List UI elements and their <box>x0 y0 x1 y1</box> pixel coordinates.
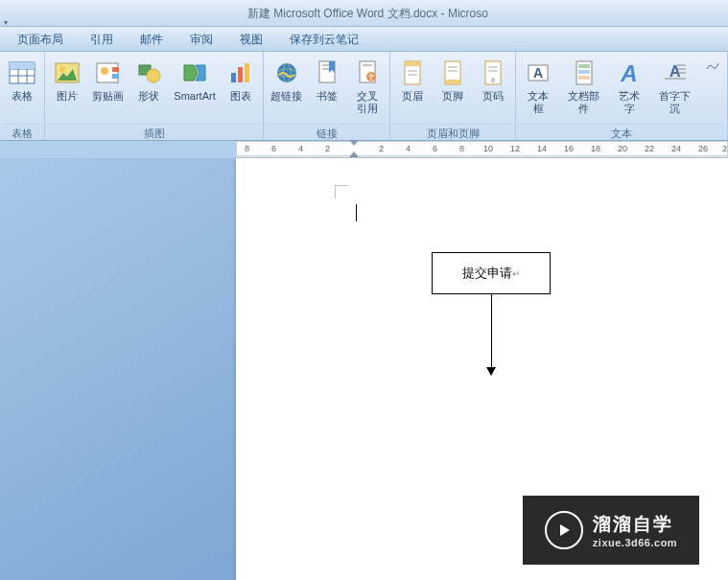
textbox-label: 文本框 <box>523 90 553 115</box>
svg-rect-43 <box>578 76 590 80</box>
hyperlink-button[interactable]: 超链接 <box>267 55 306 124</box>
menu-references[interactable]: 引用 <box>77 27 127 51</box>
ruler-tick: 6 <box>433 144 437 153</box>
chart-button[interactable]: 图表 <box>222 55 260 124</box>
svg-rect-14 <box>231 73 236 82</box>
ruler-tick: 8 <box>245 144 249 153</box>
ruler-tick: 26 <box>698 144 708 153</box>
crossref-button[interactable]: 交叉 引用 <box>348 55 387 124</box>
svg-text:A: A <box>669 63 681 80</box>
svg-text:A: A <box>621 60 638 85</box>
textbox-button[interactable]: A 文本框 <box>519 55 557 124</box>
ruler-tick: 2 <box>722 144 727 153</box>
svg-point-13 <box>147 69 160 82</box>
window-title: 新建 Microsoft Office Word 文档.docx - Micro… <box>247 0 488 27</box>
pagenum-button[interactable]: # 页码 <box>474 55 512 124</box>
wordart-button[interactable]: A 艺术字 <box>610 55 648 124</box>
quickparts-label: 文档部件 <box>563 90 604 115</box>
ruler-tick: 8 <box>459 144 464 153</box>
ruler-tick: 24 <box>671 144 681 153</box>
ruler-tick: 18 <box>591 144 600 153</box>
crossref-icon <box>352 58 383 88</box>
ruler-tick: 2 <box>325 144 330 153</box>
flowchart-arrow-line[interactable] <box>491 294 492 369</box>
picture-icon <box>52 58 82 88</box>
footer-icon <box>437 58 468 88</box>
bookmark-label: 书签 <box>317 90 338 103</box>
pagenum-icon: # <box>478 58 508 88</box>
watermark-badge: 溜溜自学 zixue.3d66.com <box>523 496 699 565</box>
dropcap-label: 首字下沉 <box>654 90 695 115</box>
menu-mailings[interactable]: 邮件 <box>127 27 176 51</box>
play-icon <box>545 511 583 549</box>
watermark-title: 溜溜自学 <box>593 512 677 537</box>
ruler-tick: 14 <box>537 144 547 153</box>
quickparts-button[interactable]: 文档部件 <box>559 55 608 124</box>
paragraph-mark-icon: ↵ <box>512 268 520 279</box>
wordart-icon: A <box>614 58 645 88</box>
svg-rect-11 <box>112 74 119 79</box>
svg-rect-42 <box>578 70 590 74</box>
footer-label: 页脚 <box>442 90 463 103</box>
bookmark-button[interactable]: 书签 <box>308 55 346 124</box>
clipart-button[interactable]: 剪贴画 <box>88 55 128 124</box>
group-label-illustrations: 插图 <box>48 124 260 140</box>
ruler-tick: 20 <box>618 144 627 153</box>
ruler-tick: 4 <box>298 144 303 153</box>
picture-button[interactable]: 图片 <box>48 55 86 124</box>
menu-page-layout[interactable]: 页面布局 <box>4 27 77 51</box>
table-icon <box>7 58 37 88</box>
svg-text:A: A <box>533 65 543 81</box>
smartart-button[interactable]: SmartArt <box>170 55 220 124</box>
table-button[interactable]: 表格 <box>3 55 41 124</box>
ribbon-group-text: A 文本框 文档部件 A 艺术字 A 首字下沉 <box>516 52 728 140</box>
ruler-tick: 2 <box>379 144 384 153</box>
clipart-label: 剪贴画 <box>92 90 124 103</box>
ribbon-group-links: 超链接 书签 交叉 引用 链接 <box>264 52 390 140</box>
header-button[interactable]: 页眉 <box>393 55 432 124</box>
header-label: 页眉 <box>402 90 423 103</box>
text-cursor <box>356 204 357 221</box>
shapes-icon <box>133 58 164 88</box>
smartart-icon <box>179 58 210 88</box>
qat-dropdown-icon[interactable]: ▾ <box>4 10 8 36</box>
svg-rect-10 <box>112 67 119 72</box>
hyperlink-label: 超链接 <box>270 90 302 103</box>
svg-rect-5 <box>10 62 35 69</box>
textbox-icon: A <box>523 58 553 88</box>
margin-corner-icon <box>335 185 348 198</box>
hyperlink-icon <box>271 58 302 88</box>
first-line-indent-icon[interactable] <box>349 140 359 146</box>
flowchart-process-box[interactable]: 提交申请↵ <box>432 252 551 294</box>
menu-view[interactable]: 视图 <box>226 27 276 51</box>
ruler-tick: 12 <box>510 144 520 153</box>
ruler-area: 8 6 4 2 2 4 6 8 10 12 14 16 18 20 22 24 … <box>236 141 728 158</box>
title-bar: ▾ 新建 Microsoft Office Word 文档.docx - Mic… <box>0 0 728 27</box>
ruler-tick: 10 <box>483 144 493 153</box>
group-label-links: 链接 <box>267 124 387 140</box>
svg-text:#: # <box>491 76 496 84</box>
svg-rect-27 <box>405 61 420 66</box>
flowchart-arrowhead-icon <box>486 367 496 376</box>
horizontal-ruler[interactable]: 8 6 4 2 2 4 6 8 10 12 14 16 18 20 22 24 … <box>236 141 728 156</box>
signature-button[interactable] <box>701 55 724 124</box>
hanging-indent-icon[interactable] <box>349 151 359 157</box>
pagenum-label: 页码 <box>482 90 504 103</box>
ruler-tick: 22 <box>645 144 654 153</box>
group-label-headerfooter: 页眉和页脚 <box>393 124 512 140</box>
svg-rect-16 <box>245 63 249 82</box>
menu-save-cloud[interactable]: 保存到云笔记 <box>276 27 372 51</box>
smartart-label: SmartArt <box>174 90 215 103</box>
menu-review[interactable]: 审阅 <box>176 27 226 51</box>
ruler-tick: 6 <box>271 144 276 153</box>
ribbon: 表格 表格 图片 剪贴画 形状 <box>0 52 728 141</box>
dropcap-button[interactable]: A 首字下沉 <box>650 55 699 124</box>
footer-button[interactable]: 页脚 <box>434 55 472 124</box>
shapes-button[interactable]: 形状 <box>129 55 168 124</box>
clipart-icon <box>93 58 124 88</box>
flowchart-box-text: 提交申请 <box>462 265 512 282</box>
shapes-label: 形状 <box>138 90 159 103</box>
chart-label: 图表 <box>230 90 251 103</box>
watermark-subtitle: zixue.3d66.com <box>593 537 677 548</box>
signature-icon <box>705 58 720 73</box>
